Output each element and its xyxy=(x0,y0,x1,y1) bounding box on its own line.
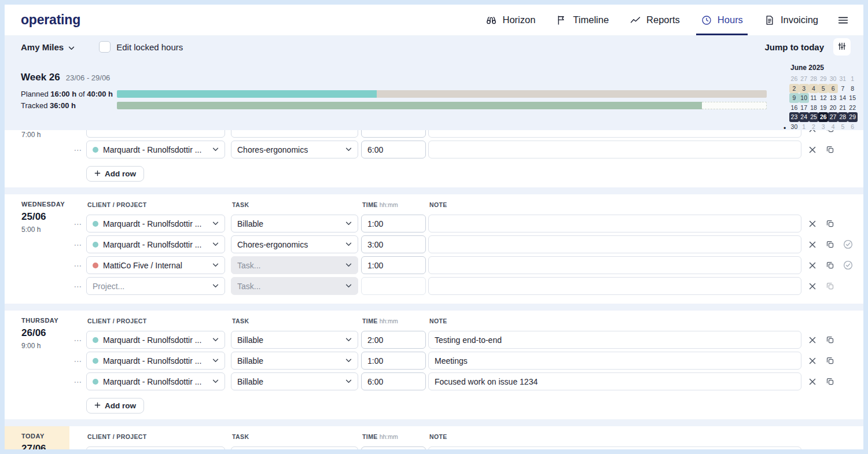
row-drag-handle[interactable]: ⋯ xyxy=(69,282,86,291)
duplicate-row-icon[interactable] xyxy=(826,145,834,154)
nav-item-timeline[interactable]: Timeline xyxy=(556,5,609,35)
time-input[interactable]: 1:00 xyxy=(361,446,426,449)
client-project-select[interactable]: Marquardt - Runolfsdottir ... xyxy=(86,352,225,370)
jump-to-today-button[interactable]: Jump to today xyxy=(764,42,824,52)
calendar-day[interactable]: 6 xyxy=(848,122,858,132)
note-input[interactable]: Testing end-to-end xyxy=(428,331,801,349)
client-project-select[interactable]: Marquardt - Runolfsdottir ... xyxy=(86,141,225,158)
nav-item-horizon[interactable]: Horizon xyxy=(486,5,535,35)
calendar-day[interactable]: 3 xyxy=(799,84,809,94)
note-input[interactable] xyxy=(428,130,801,138)
row-drag-handle[interactable]: ⋯ xyxy=(69,377,86,386)
calendar-day[interactable]: 4 xyxy=(809,84,819,94)
approved-check-icon[interactable] xyxy=(843,260,853,270)
time-input[interactable]: 6:00 xyxy=(361,141,426,158)
calendar-day[interactable]: 30 xyxy=(789,122,799,132)
calendar-day[interactable]: 5 xyxy=(818,84,828,94)
task-select[interactable]: Billable xyxy=(231,372,358,390)
calendar-day[interactable]: 14 xyxy=(838,93,848,103)
task-select[interactable]: Task... xyxy=(231,277,358,295)
calendar-day[interactable]: 15 xyxy=(848,93,858,103)
task-select[interactable]: Chores-ergonomics xyxy=(231,235,358,253)
duplicate-row-icon[interactable] xyxy=(826,282,834,290)
delete-row-icon[interactable] xyxy=(809,220,816,227)
calendar-day[interactable]: 27 xyxy=(828,112,838,122)
calendar-day[interactable]: 30 xyxy=(828,74,838,84)
delete-row-icon[interactable] xyxy=(809,378,816,385)
task-select[interactable]: Billable xyxy=(231,215,358,232)
note-input[interactable] xyxy=(428,235,801,253)
edit-locked-hours-checkbox[interactable] xyxy=(99,41,111,53)
nav-item-hours[interactable]: Hours xyxy=(701,5,743,35)
client-project-select[interactable]: MattiCo Five / Internal xyxy=(86,256,225,274)
row-drag-handle[interactable]: ⋯ xyxy=(69,335,86,345)
calendar-day[interactable]: 20 xyxy=(828,103,838,113)
row-drag-handle[interactable]: ⋯ xyxy=(69,130,86,134)
calendar-day[interactable]: 13 xyxy=(828,93,838,103)
display-options-button[interactable] xyxy=(833,38,851,56)
calendar-day[interactable]: 27 xyxy=(799,74,809,84)
delete-row-icon[interactable] xyxy=(809,283,816,290)
calendar-day[interactable]: 23 xyxy=(789,112,799,122)
menu-icon[interactable] xyxy=(837,14,849,27)
time-input[interactable] xyxy=(361,277,426,295)
calendar-day[interactable]: 5 xyxy=(838,122,848,132)
client-project-select[interactable]: Marquardt - Runolfsdottir ... xyxy=(86,446,225,449)
delete-row-icon[interactable] xyxy=(809,337,816,344)
calendar-day[interactable]: 28 xyxy=(809,74,819,84)
client-project-select[interactable]: Marquardt - Runolfsdottir ... xyxy=(86,235,225,253)
add-row-button[interactable]: Add row xyxy=(86,166,144,182)
add-row-button[interactable]: Add row xyxy=(86,398,144,414)
calendar-day[interactable]: 7 xyxy=(838,84,848,94)
note-input[interactable]: Huge release xyxy=(428,446,801,449)
note-input[interactable] xyxy=(428,141,801,158)
time-input[interactable]: 1:00 xyxy=(361,256,426,274)
calendar-day[interactable]: 26 xyxy=(789,74,799,84)
row-drag-handle[interactable]: ⋯ xyxy=(69,261,86,270)
task-select[interactable]: Billable xyxy=(231,352,358,370)
task-select[interactable]: Billable xyxy=(231,331,358,349)
calendar-day[interactable]: 29 xyxy=(818,74,828,84)
duplicate-row-icon[interactable] xyxy=(826,335,834,344)
calendar-day[interactable]: 1 xyxy=(799,122,809,132)
nav-item-reports[interactable]: Reports xyxy=(630,5,680,35)
note-input[interactable] xyxy=(428,256,801,274)
time-input[interactable] xyxy=(361,130,426,138)
calendar-day[interactable]: 11 xyxy=(809,93,819,103)
calendar-day[interactable]: 24 xyxy=(799,112,809,122)
calendar-day[interactable]: 31 xyxy=(838,74,848,84)
delete-row-icon[interactable] xyxy=(809,262,816,269)
row-drag-handle[interactable]: ⋯ xyxy=(69,219,86,228)
calendar-day[interactable]: 18 xyxy=(809,103,819,113)
calendar-day[interactable]: 3 xyxy=(818,122,828,132)
calendar-day[interactable]: 2 xyxy=(789,84,799,94)
client-project-select[interactable]: Marquardt - Runolfsdottir ... xyxy=(86,372,225,390)
note-input[interactable] xyxy=(428,277,801,295)
calendar-day[interactable]: 1 xyxy=(848,74,858,84)
delete-row-icon[interactable] xyxy=(809,357,816,364)
time-input[interactable]: 1:00 xyxy=(361,352,426,370)
calendar-day[interactable]: 25 xyxy=(809,112,819,122)
calendar-day[interactable]: 19 xyxy=(818,103,828,113)
calendar-day[interactable]: 8 xyxy=(848,84,858,94)
client-project-select[interactable] xyxy=(86,130,225,138)
calendar-day[interactable]: 26 xyxy=(818,112,828,122)
calendar-day[interactable]: 2 xyxy=(809,122,819,132)
row-drag-handle[interactable]: ⋯ xyxy=(69,240,86,249)
task-select[interactable]: Task... xyxy=(231,256,358,274)
calendar-day[interactable]: 16 xyxy=(789,103,799,113)
delete-row-icon[interactable] xyxy=(809,146,816,153)
client-project-select[interactable]: Marquardt - Runolfsdottir ... xyxy=(86,331,225,349)
row-drag-handle[interactable]: ⋯ xyxy=(69,145,86,154)
duplicate-row-icon[interactable] xyxy=(826,219,834,228)
calendar-day[interactable]: 21 xyxy=(838,103,848,113)
calendar-day[interactable]: 29 xyxy=(848,112,858,122)
calendar-day[interactable]: 28 xyxy=(838,112,848,122)
note-input[interactable] xyxy=(428,215,801,232)
client-project-select[interactable]: Marquardt - Runolfsdottir ... xyxy=(86,215,225,232)
task-select[interactable]: Billable xyxy=(231,446,358,449)
task-select[interactable]: Chores-ergonomics xyxy=(231,141,358,158)
time-input[interactable]: 2:00 xyxy=(361,331,426,349)
duplicate-row-icon[interactable] xyxy=(826,356,834,365)
duplicate-row-icon[interactable] xyxy=(826,261,834,270)
